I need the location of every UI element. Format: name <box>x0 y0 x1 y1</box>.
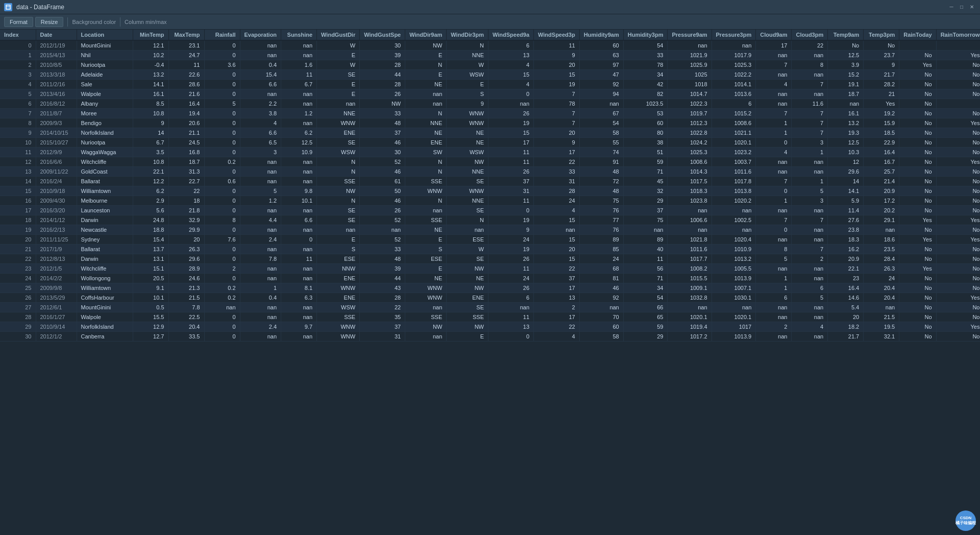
col-raintoday[interactable]: RainToday <box>899 30 936 40</box>
table-cell: E <box>405 70 447 80</box>
table-cell: 37 <box>623 206 668 215</box>
table-cell: N <box>317 196 360 206</box>
table-cell: 22 <box>534 157 580 167</box>
table-cell: 15.1 <box>133 264 168 274</box>
restore-button[interactable]: □ <box>958 3 966 11</box>
format-button[interactable]: Format <box>4 17 33 27</box>
col-cloud3pm[interactable]: Cloud3pm <box>792 30 828 40</box>
table-cell: 89 <box>579 235 623 245</box>
table-cell: 94 <box>579 89 623 99</box>
table-cell: 1022.3 <box>668 99 712 109</box>
col-pressure3pm[interactable]: Pressure3pm <box>712 30 756 40</box>
table-cell: WSW <box>447 148 488 157</box>
table-cell: E <box>317 89 360 99</box>
table-cell: 10.8 <box>133 109 168 118</box>
table-cell: No <box>899 312 936 322</box>
col-mintemp[interactable]: MinTemp <box>133 30 168 40</box>
table-cell: No <box>899 245 936 254</box>
table-cell: 1017.2 <box>668 332 712 342</box>
table-cell: 24 <box>488 235 533 245</box>
table-cell: E <box>317 235 360 245</box>
table-cell: nan <box>281 312 317 322</box>
table-cell: 26 <box>0 293 36 303</box>
toolbar-separator <box>67 17 68 27</box>
table-cell: 24 <box>488 274 533 283</box>
bg-color-label: Background color <box>72 19 116 25</box>
table-cell: 6.6 <box>240 80 281 89</box>
table-cell: Ballarat <box>77 245 133 254</box>
col-evaporation[interactable]: Evaporation <box>240 30 281 40</box>
table-cell: 50 <box>360 186 405 196</box>
table-cell: SE <box>447 177 488 186</box>
table-cell: N <box>405 109 447 118</box>
table-cell: 10.9 <box>281 148 317 157</box>
table-cell: 0 <box>204 186 240 196</box>
window-title: data - DataFrame <box>16 4 64 11</box>
table-cell: 20.9 <box>828 254 864 264</box>
table-cell: 6.7 <box>281 80 317 89</box>
minimize-button[interactable]: ─ <box>947 3 955 11</box>
table-cell: nan <box>281 332 317 342</box>
table-cell: nan <box>240 225 281 235</box>
table-cell: 2 <box>756 322 792 332</box>
table-cell: 44 <box>360 70 405 80</box>
col-windspeed3pm[interactable]: WindSpeed3p <box>534 30 580 40</box>
table-cell: 52 <box>360 215 405 225</box>
table-cell: 0 <box>756 225 792 235</box>
table-cell: nan <box>828 99 864 109</box>
col-raintomorrow[interactable]: RainTomorrow <box>936 30 980 40</box>
table-cell: NNE <box>317 109 360 118</box>
col-cloud9am[interactable]: Cloud9am <box>756 30 792 40</box>
table-cell: 1032.8 <box>668 293 712 303</box>
col-date[interactable]: Date <box>36 30 77 40</box>
resize-button[interactable]: Resize <box>35 17 64 27</box>
table-cell: 18 <box>168 196 204 206</box>
table-cell: 33 <box>360 245 405 254</box>
table-cell: nan <box>712 40 756 51</box>
col-index[interactable]: Index <box>0 30 36 40</box>
table-cell: 22.1 <box>133 167 168 177</box>
col-temp9am[interactable]: Temp9am <box>828 30 864 40</box>
table-cell: 31 <box>534 177 580 186</box>
table-cell: 30 <box>360 148 405 157</box>
table-cell: 6.7 <box>133 138 168 148</box>
table-cell: No <box>899 274 936 283</box>
table-cell: Launceston <box>77 206 133 215</box>
table-cell: 59 <box>623 322 668 332</box>
table-cell: 46 <box>360 138 405 148</box>
table-cell: 1018 <box>668 80 712 89</box>
col-humidity3pm[interactable]: Humidity3pm <box>623 30 668 40</box>
table-cell: 1006.6 <box>668 215 712 225</box>
table-cell: 13 <box>534 293 580 303</box>
table-cell: 20.4 <box>864 283 899 293</box>
col-location[interactable]: Location <box>77 30 133 40</box>
col-humidity9am[interactable]: Humidity9am <box>579 30 623 40</box>
window-controls[interactable]: ─ □ ✕ <box>947 3 976 11</box>
table-cell: 2016/2/4 <box>36 177 77 186</box>
col-windgustdir[interactable]: WindGustDir <box>317 30 360 40</box>
col-windspeed9am[interactable]: WindSpeed9a <box>488 30 533 40</box>
table-cell: 1 <box>0 51 36 60</box>
col-temp3pm[interactable]: Temp3pm <box>864 30 899 40</box>
table-cell: 9 <box>0 128 36 138</box>
table-cell: 26.3 <box>864 264 899 274</box>
table-cell: 65 <box>623 312 668 322</box>
col-maxtemp[interactable]: MaxTemp <box>168 30 204 40</box>
table-cell: SSE <box>317 177 360 186</box>
col-rainfall[interactable]: Rainfall <box>204 30 240 40</box>
close-button[interactable]: ✕ <box>968 3 976 11</box>
col-pressure9am[interactable]: Pressure9am <box>668 30 712 40</box>
table-cell: 28 <box>360 60 405 70</box>
table-cell: 28.6 <box>168 80 204 89</box>
col-sunshine[interactable]: Sunshine <box>281 30 317 40</box>
table-cell: 2013/4/16 <box>36 89 77 99</box>
table-cell: 13.2 <box>133 70 168 80</box>
table-row: 272012/6/1MountGinini0.57.8nannannanWSW2… <box>0 303 980 312</box>
col-winddir3pm[interactable]: WindDir3pm <box>447 30 488 40</box>
table-cell: 21.5 <box>864 312 899 322</box>
col-windgustspeed[interactable]: WindGustSpe <box>360 30 405 40</box>
table-cell: 53 <box>623 109 668 118</box>
table-cell: 1008.2 <box>668 264 712 274</box>
col-winddir9am[interactable]: WindDir9am <box>405 30 447 40</box>
dataframe-table-container[interactable]: Index Date Location MinTemp MaxTemp Rain… <box>0 30 980 535</box>
